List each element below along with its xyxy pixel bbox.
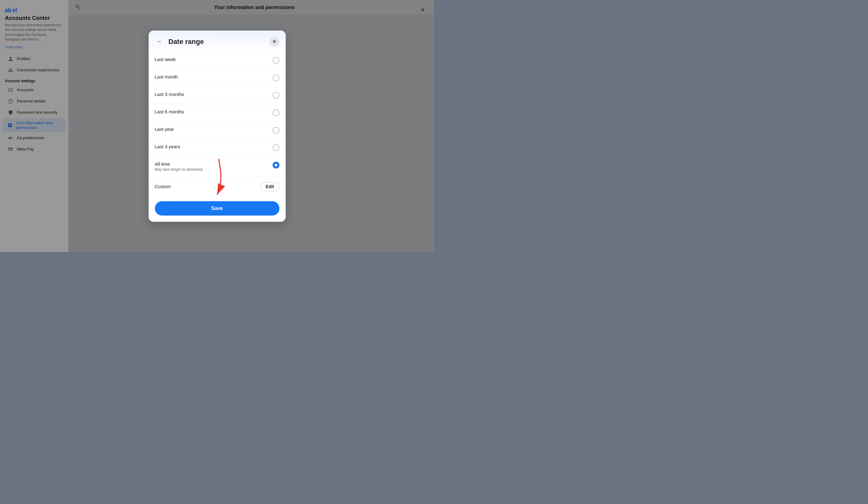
modal-title: Date range: [168, 38, 204, 46]
option-last-6-months-label: Last 6 months: [155, 109, 184, 114]
option-last-week-text: Last week: [155, 57, 176, 62]
option-last-year-label: Last year: [155, 126, 174, 132]
option-last-3-years[interactable]: Last 3 years: [148, 139, 286, 156]
option-last-year-text: Last year: [155, 126, 174, 132]
option-last-month-label: Last month: [155, 74, 178, 80]
option-last-month[interactable]: Last month: [148, 69, 286, 87]
modal-footer: Save: [148, 196, 286, 222]
option-last-month-text: Last month: [155, 74, 178, 80]
option-last-6-months[interactable]: Last 6 months: [148, 104, 286, 122]
modal-close-button[interactable]: ✕: [269, 37, 279, 47]
modal-body: Last week Last month Last 3 months: [148, 52, 286, 196]
option-last-6-months-radio[interactable]: [272, 109, 279, 116]
option-last-week-label: Last week: [155, 57, 176, 62]
option-last-year-radio[interactable]: [272, 127, 279, 134]
option-last-3-years-radio[interactable]: [272, 144, 279, 151]
date-range-modal: ← Date range ✕ Last week Last month: [148, 31, 286, 222]
modal-header-left: ← Date range: [155, 37, 204, 47]
option-last-week[interactable]: Last week: [148, 52, 286, 69]
option-last-month-radio[interactable]: [272, 74, 279, 81]
option-custom-label: Custom: [155, 184, 171, 189]
option-last-3-months-text: Last 3 months: [155, 92, 184, 97]
option-last-3-years-label: Last 3 years: [155, 144, 180, 149]
save-button[interactable]: Save: [155, 201, 279, 216]
option-last-year[interactable]: Last year: [148, 122, 286, 139]
option-last-3-months-radio[interactable]: [272, 92, 279, 99]
option-all-time-text: All time May take longer to download: [155, 161, 203, 172]
option-last-3-months[interactable]: Last 3 months: [148, 87, 286, 104]
modal-header: ← Date range ✕: [148, 31, 286, 52]
option-last-6-months-text: Last 6 months: [155, 109, 184, 114]
option-custom[interactable]: Custom Edit: [148, 177, 286, 196]
custom-edit-button[interactable]: Edit: [260, 182, 279, 191]
option-last-3-years-text: Last 3 years: [155, 144, 180, 149]
option-all-time-sub: May take longer to download: [155, 167, 203, 172]
modal-back-button[interactable]: ←: [155, 37, 165, 47]
option-all-time-label: All time: [155, 161, 203, 167]
option-all-time-radio[interactable]: [272, 162, 279, 169]
option-all-time[interactable]: All time May take longer to download: [148, 156, 286, 177]
option-last-week-radio[interactable]: [272, 57, 279, 64]
option-last-3-months-label: Last 3 months: [155, 92, 184, 97]
modal-overlay: ← Date range ✕ Last week Last month: [0, 0, 434, 252]
